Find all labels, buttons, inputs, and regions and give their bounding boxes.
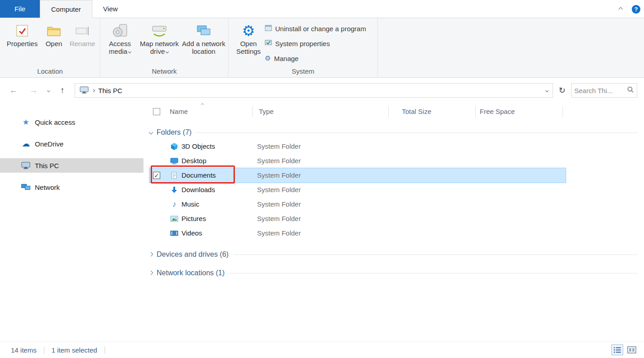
recent-locations-button[interactable]	[44, 84, 53, 97]
collapse-ribbon-button[interactable]	[615, 4, 625, 14]
refresh-button[interactable]: ↻	[556, 83, 568, 98]
explorer-window: File Computer View ? Properties Open	[0, 0, 644, 358]
group-header-devices-and-drives[interactable]: Devices and drives (6)	[149, 248, 638, 261]
dropdown-arrow-icon	[128, 50, 131, 53]
music-icon: ♪	[170, 200, 178, 208]
sidebar-item-quick-access[interactable]: ★ Quick access	[0, 115, 143, 129]
add-network-location-icon	[196, 22, 211, 40]
group-header-network-locations[interactable]: Network locations (1)	[149, 266, 638, 280]
sidebar-item-onedrive[interactable]: ☁ OneDrive	[0, 137, 143, 151]
uninstall-program-button[interactable]: Uninstall or change a program	[265, 23, 366, 34]
status-bar: 14 items 1 item selected	[0, 341, 644, 358]
chevron-down-icon	[149, 130, 153, 134]
dropdown-arrow-icon	[166, 50, 169, 53]
open-button[interactable]: Open	[43, 22, 65, 47]
address-dropdown-icon[interactable]	[545, 89, 549, 92]
file-row-music[interactable]: ♪ Music System Folder	[149, 197, 566, 212]
column-header-name[interactable]: Name	[170, 108, 188, 115]
selection-count: 1 item selected	[44, 346, 105, 354]
ribbon-group-location: Properties Open Rename Location	[0, 18, 100, 77]
pictures-icon	[170, 215, 178, 223]
details-view-button[interactable]	[611, 344, 623, 355]
network-icon	[21, 184, 31, 191]
large-icons-view-button[interactable]	[626, 344, 638, 355]
file-row-documents[interactable]: ✓ Documents System Folder	[149, 168, 566, 183]
system-properties-button[interactable]: System properties	[265, 38, 330, 49]
column-header-total-size[interactable]: Total Size	[402, 108, 431, 115]
forward-button[interactable]: →	[27, 84, 40, 97]
breadcrumb-this-pc[interactable]: This PC	[98, 87, 122, 94]
file-row-downloads[interactable]: Downloads System Folder	[149, 183, 566, 197]
tab-file[interactable]: File	[0, 0, 40, 18]
tab-view[interactable]: View	[92, 0, 129, 18]
sidebar-item-network[interactable]: Network	[0, 180, 143, 194]
ribbon-tab-bar: File Computer View ?	[0, 0, 644, 18]
file-row-videos[interactable]: Videos System Folder	[149, 226, 566, 240]
select-all-checkbox[interactable]	[153, 108, 160, 115]
onedrive-cloud-icon: ☁	[21, 139, 31, 149]
desktop-icon	[170, 157, 178, 165]
ribbon-group-network: Access media Map network drive Add a net…	[100, 18, 229, 77]
settings-gear-icon: ⚙	[242, 22, 255, 40]
this-pc-icon	[21, 162, 31, 169]
manage-button[interactable]: ⚙ Manage	[265, 53, 299, 64]
search-box	[571, 83, 637, 98]
uninstall-icon	[265, 24, 272, 33]
downloads-icon	[170, 186, 178, 194]
this-pc-icon	[80, 86, 89, 95]
open-settings-button[interactable]: ⚙ Open Settings	[234, 22, 262, 55]
ribbon: Properties Open Rename Location	[0, 18, 644, 78]
add-network-location-button[interactable]: Add a network location	[182, 22, 225, 55]
file-list-pane: Name Type Total Size Free Space Folders …	[143, 103, 644, 341]
map-network-drive-button[interactable]: Map network drive	[138, 22, 180, 55]
group-label-location: Location	[0, 67, 100, 75]
access-media-icon	[112, 22, 128, 40]
system-properties-icon	[265, 39, 272, 48]
access-media-button[interactable]: Access media	[105, 22, 135, 55]
content-area: ★ Quick access ☁ OneDrive This PC Networ…	[0, 103, 644, 341]
quick-access-star-icon: ★	[21, 118, 31, 127]
column-header-free-space[interactable]: Free Space	[480, 108, 515, 115]
rename-button[interactable]: Rename	[68, 22, 97, 47]
group-label-network: Network	[100, 67, 228, 75]
videos-icon	[170, 229, 178, 237]
properties-button[interactable]: Properties	[5, 22, 40, 47]
sort-ascending-icon	[201, 103, 204, 106]
search-icon[interactable]	[627, 86, 634, 95]
map-network-drive-icon	[152, 22, 167, 40]
chevron-right-icon	[149, 270, 153, 275]
sidebar-item-this-pc[interactable]: This PC	[0, 158, 143, 173]
help-button[interactable]: ?	[632, 5, 640, 14]
breadcrumb-separator-icon	[92, 89, 95, 92]
address-field[interactable]: This PC	[75, 83, 553, 98]
rename-icon	[75, 22, 90, 40]
back-button[interactable]: ←	[7, 84, 20, 97]
group-header-folders[interactable]: Folders (7)	[149, 126, 638, 139]
file-list: Folders (7) 3D Objects System Folder Des…	[143, 120, 644, 341]
documents-icon	[170, 171, 178, 179]
open-folder-icon	[47, 22, 61, 40]
navigation-pane: ★ Quick access ☁ OneDrive This PC Networ…	[0, 103, 143, 341]
address-bar: ← → ↑ This PC ↻	[0, 78, 644, 103]
column-header-type[interactable]: Type	[259, 108, 274, 115]
items-count: 14 items	[11, 346, 44, 354]
chevron-right-icon	[149, 252, 153, 256]
properties-icon	[15, 22, 29, 40]
file-row-pictures[interactable]: Pictures System Folder	[149, 212, 566, 226]
manage-gear-icon: ⚙	[265, 54, 271, 62]
search-input[interactable]	[574, 87, 627, 94]
file-row-desktop[interactable]: Desktop System Folder	[149, 154, 566, 168]
group-label-system: System	[229, 67, 377, 75]
column-headers: Name Type Total Size Free Space	[143, 103, 644, 120]
tab-computer[interactable]: Computer	[40, 0, 92, 18]
up-button[interactable]: ↑	[56, 84, 69, 97]
documents-checkbox[interactable]: ✓	[153, 172, 160, 179]
chevron-down-icon	[47, 89, 50, 92]
chevron-up-icon	[618, 7, 623, 11]
ribbon-group-system: ⚙ Open Settings Uninstall or change a pr…	[229, 18, 378, 77]
3d-objects-icon	[170, 142, 178, 151]
file-row-3d-objects[interactable]: 3D Objects System Folder	[149, 139, 566, 154]
